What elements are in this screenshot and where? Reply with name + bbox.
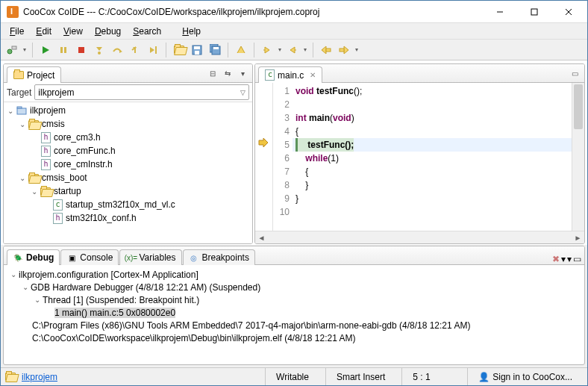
debug-drop-button[interactable]: ▾ — [561, 254, 566, 264]
dropdown-icon[interactable]: ▾ — [277, 42, 283, 58]
tab-console[interactable]: ▣Console — [60, 249, 119, 265]
stop-button[interactable] — [73, 42, 90, 58]
tab-debug[interactable]: 🪲Debug — [7, 249, 60, 265]
svg-marker-27 — [344, 46, 348, 54]
editor-view: main.c ✕ ▭ 12345678910 void testFunc(); … — [254, 63, 585, 244]
editor-vscrollbar[interactable] — [572, 83, 584, 231]
target-combo[interactable]: ilkprojem ▽ — [34, 84, 249, 100]
project-tree[interactable]: ⌄ilkprojem ⌄cmsis core_cm3.h core_cmFunc… — [4, 102, 252, 243]
svg-marker-23 — [290, 47, 295, 53]
tree-file[interactable]: core_cm3.h — [4, 131, 252, 144]
debug-tree[interactable]: ⌄ilkprojem.configuration [Cortex-M Appli… — [4, 265, 584, 364]
svg-rect-1 — [531, 9, 537, 15]
menu-edit[interactable]: Edit — [30, 25, 57, 38]
svg-marker-25 — [322, 46, 326, 54]
folder-open-icon — [5, 373, 16, 381]
minimize-button[interactable] — [483, 1, 517, 23]
next-annotation-button[interactable] — [259, 42, 275, 58]
prev-annotation-button[interactable] — [284, 42, 301, 58]
menubar: File Edit View Debug Search Help — [1, 23, 587, 40]
svg-rect-26 — [326, 49, 331, 52]
project-tab[interactable]: Project — [7, 66, 61, 83]
tree-startup[interactable]: ⌄startup — [4, 184, 252, 198]
tree-root[interactable]: ⌄ilkprojem — [4, 104, 252, 117]
svg-rect-8 — [64, 47, 66, 53]
editor-tab-mainc[interactable]: main.c ✕ — [258, 66, 322, 83]
target-value: ilkprojem — [38, 87, 74, 98]
close-tab-icon[interactable]: ✕ — [310, 71, 316, 79]
code-editor[interactable]: 12345678910 void testFunc(); int main(vo… — [255, 83, 584, 231]
chevron-down-icon: ▽ — [240, 89, 245, 96]
dropdown-icon[interactable]: ▾ — [22, 42, 28, 58]
dropdown-icon[interactable]: ▾ — [354, 42, 360, 58]
panel-menu-button[interactable]: ▾ — [567, 254, 572, 264]
window-title: CooCox CoIDE --- C:/CooCox/CoIDE/workspa… — [23, 7, 483, 17]
nav-forward-button[interactable] — [336, 42, 352, 58]
svg-rect-7 — [60, 47, 63, 53]
svg-rect-5 — [12, 46, 16, 49]
bottom-panel: 🪲Debug ▣Console (x)=Variables ◎Breakpoin… — [3, 246, 585, 365]
marker-gutter — [255, 83, 273, 231]
menu-debug[interactable]: Debug — [89, 25, 127, 38]
toggle-mark-button[interactable] — [233, 42, 249, 58]
view-menu-button[interactable]: ▾ — [236, 66, 249, 80]
step-return-button[interactable] — [127, 42, 143, 58]
status-project-link[interactable]: ilkprojem — [22, 372, 57, 382]
editor-hscrollbar[interactable]: ◄► — [255, 231, 584, 243]
close-button[interactable] — [551, 1, 586, 23]
tree-file[interactable]: core_cmInstr.h — [4, 158, 252, 171]
project-view: Project ⊟ ⇆ ▾ Target ilkprojem ▽ ⌄ilkpro… — [3, 63, 253, 244]
app-window: CooCox CoIDE --- C:/CooCox/CoIDE/workspa… — [0, 0, 588, 386]
step-over-button[interactable] — [109, 42, 125, 58]
instruction-pointer-icon — [258, 138, 269, 149]
tree-cmsis-boot[interactable]: ⌄cmsis_boot — [4, 171, 252, 184]
pause-button[interactable] — [55, 42, 72, 58]
svg-marker-6 — [43, 46, 49, 54]
cfile-icon — [265, 69, 275, 81]
run-button[interactable] — [37, 42, 54, 58]
menu-view[interactable]: View — [57, 25, 89, 38]
menu-help[interactable]: Help — [176, 25, 207, 38]
svg-rect-20 — [213, 47, 219, 49]
tree-file[interactable]: startup_stm32f10x_md_vl.c — [4, 198, 252, 211]
code-area[interactable]: void testFunc(); int main(void) { testFu… — [293, 83, 572, 231]
svg-rect-30 — [17, 107, 22, 108]
status-signin[interactable]: 👤Sign in to CooCox... — [467, 368, 583, 385]
open-button[interactable] — [171, 42, 187, 58]
svg-point-4 — [7, 49, 12, 54]
tree-file[interactable]: core_cmFunc.h — [4, 144, 252, 158]
stack-frame-selected[interactable]: 1 main() main.c:5 0x080002e0 — [54, 308, 175, 318]
line-numbers: 12345678910 — [273, 83, 293, 231]
bug-icon: 🪲 — [13, 252, 23, 263]
tab-variables[interactable]: (x)=Variables — [119, 249, 181, 265]
tree-cmsis[interactable]: ⌄cmsis — [4, 117, 252, 131]
status-writable: Writable — [265, 368, 319, 385]
menu-search[interactable]: Search — [127, 25, 167, 38]
folder-icon — [13, 71, 24, 79]
save-all-button[interactable] — [207, 42, 223, 58]
svg-marker-21 — [265, 47, 269, 53]
collapse-all-button[interactable]: ⊟ — [206, 66, 219, 80]
step-into-button[interactable] — [91, 42, 107, 58]
target-label: Target — [7, 87, 31, 98]
tab-label: Project — [27, 70, 54, 81]
debug-remove-button[interactable]: ✖ — [552, 254, 560, 264]
debug-session-button[interactable] — [4, 42, 20, 58]
svg-rect-29 — [17, 108, 26, 114]
tree-file[interactable]: stm32f10x_conf.h — [4, 211, 252, 225]
run-to-line-button[interactable] — [145, 42, 161, 58]
menu-file[interactable]: File — [4, 25, 30, 38]
status-cursor-pos: 5 : 1 — [401, 368, 461, 385]
nav-back-button[interactable] — [318, 42, 334, 58]
svg-rect-9 — [78, 47, 84, 53]
link-editor-button[interactable]: ⇆ — [221, 66, 234, 80]
statusbar: ilkprojem Writable Smart Insert 5 : 1 👤S… — [1, 367, 587, 385]
maximize-panel-button[interactable]: ▭ — [573, 254, 581, 264]
tab-breakpoints[interactable]: ◎Breakpoints — [183, 249, 255, 265]
maximize-button[interactable] — [517, 1, 551, 23]
maximize-editor-button[interactable]: ▭ — [568, 66, 581, 80]
svg-rect-17 — [195, 51, 199, 55]
tab-label: main.c — [278, 70, 304, 81]
save-button[interactable] — [189, 42, 205, 58]
dropdown-icon[interactable]: ▾ — [302, 42, 308, 58]
